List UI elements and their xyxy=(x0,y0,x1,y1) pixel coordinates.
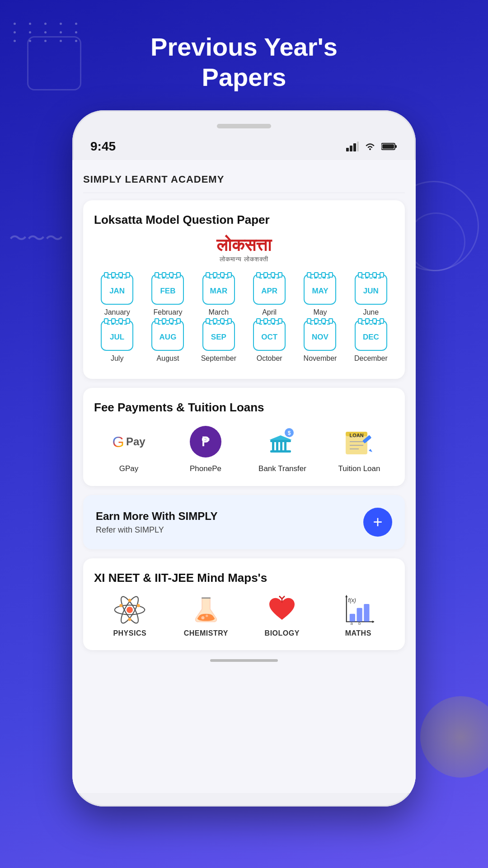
loan-icon-box: LOAN xyxy=(339,424,380,460)
svg-text:a: a xyxy=(350,621,353,626)
subject-maths[interactable]: f(x) a b MATHS xyxy=(323,594,394,637)
phonepe-circle: ₱ xyxy=(190,426,221,458)
month-item-nov[interactable]: NOV November xyxy=(297,320,343,363)
payment-loan[interactable]: LOAN Tuition Loan xyxy=(324,424,394,473)
svg-point-33 xyxy=(201,616,204,619)
payment-phonepe[interactable]: ₱ PhonePe xyxy=(171,424,240,473)
subject-grid: PHYSICS CHEMISTRY xyxy=(94,594,394,637)
month-icon-jan: JAN xyxy=(101,274,133,305)
signal-icon xyxy=(346,142,359,151)
month-icon-feb: FEB xyxy=(151,274,184,305)
bank-label: Bank Transfer xyxy=(258,464,306,473)
month-icon-jul: JUL xyxy=(101,320,133,351)
phone-mockup: 9:45 SIM xyxy=(72,110,416,807)
subject-chemistry[interactable]: CHEMISTRY xyxy=(170,594,242,637)
svg-rect-10 xyxy=(270,440,291,442)
month-item-mar[interactable]: MAR March xyxy=(196,274,242,316)
month-icon-may: MAY xyxy=(304,274,336,305)
loksatta-hindi-text: लोकसत्ता xyxy=(94,236,394,255)
loksatta-sub-text: लोकमान्य लोकशक्ती xyxy=(220,255,268,263)
gpay-label: GPay xyxy=(119,464,139,473)
svg-text:b: b xyxy=(358,621,361,626)
month-icon-aug: AUG xyxy=(151,320,184,351)
loan-icon: LOAN xyxy=(343,427,375,457)
month-icon-jun: JUN xyxy=(355,274,387,305)
svg-point-34 xyxy=(206,615,208,617)
wifi-icon xyxy=(364,142,376,151)
mind-maps-title: XI NEET & IIT-JEE Mind Maps's xyxy=(94,571,394,585)
month-icon-nov: NOV xyxy=(304,320,336,351)
gpay-logo: G Pay xyxy=(112,433,145,451)
earn-title: Earn More With SIMPLY xyxy=(96,510,218,523)
payment-bank[interactable]: $ Bank Transfer xyxy=(248,424,317,473)
svg-rect-2 xyxy=(353,143,356,151)
svg-rect-14 xyxy=(284,442,286,450)
month-item-aug[interactable]: AUG August xyxy=(145,320,191,363)
question-paper-title: Loksatta Model Question Paper xyxy=(94,213,394,227)
month-icon-sep: SEP xyxy=(202,320,235,351)
month-item-may[interactable]: MAY May xyxy=(297,274,343,316)
month-item-sep[interactable]: SEP September xyxy=(196,320,242,363)
title-line1: Previous Year's xyxy=(150,33,338,61)
svg-rect-6 xyxy=(395,145,397,148)
status-icons xyxy=(346,142,398,151)
subject-physics[interactable]: PHYSICS xyxy=(94,594,166,637)
phonepe-label: PhonePe xyxy=(190,464,221,473)
earn-card: Earn More With SIMPLY Refer with SIMPLY … xyxy=(83,495,405,549)
divider-1 xyxy=(83,193,405,193)
svg-rect-12 xyxy=(276,442,278,450)
month-item-jan[interactable]: JAN January xyxy=(94,274,140,316)
svg-marker-24 xyxy=(369,449,372,452)
biology-label: BIOLOGY xyxy=(265,629,300,637)
svg-marker-37 xyxy=(372,621,374,623)
loan-label: Tuition Loan xyxy=(338,464,380,473)
loksatta-logo: लोकसत्ता लोकमान्य लोकशक्ती xyxy=(94,236,394,263)
gpay-icon-box: G Pay xyxy=(108,424,149,460)
physics-icon xyxy=(114,594,145,626)
status-time: 9:45 xyxy=(90,139,346,154)
battery-icon xyxy=(381,142,398,151)
month-item-apr[interactable]: APR April xyxy=(246,274,292,316)
mind-maps-card: XI NEET & IIT-JEE Mind Maps's PHYSICS xyxy=(83,558,405,650)
month-icon-apr: APR xyxy=(253,274,286,305)
svg-rect-13 xyxy=(280,442,282,450)
month-item-jul[interactable]: JUL July xyxy=(94,320,140,363)
svg-point-4 xyxy=(369,148,371,150)
svg-marker-38 xyxy=(345,595,347,597)
fee-payments-title: Fee Payments & Tuition Loans xyxy=(94,401,394,415)
month-item-feb[interactable]: FEB February xyxy=(145,274,191,316)
svg-point-31 xyxy=(120,604,123,607)
fee-payments-card: Fee Payments & Tuition Loans G Pay GPay xyxy=(83,388,405,486)
bottom-handle xyxy=(210,659,278,662)
svg-rect-1 xyxy=(350,146,352,151)
svg-point-29 xyxy=(128,599,131,602)
svg-rect-41 xyxy=(357,608,362,622)
month-item-dec[interactable]: DEC December xyxy=(348,320,394,363)
page-title: Previous Year's Papers xyxy=(150,32,338,92)
earn-plus-button[interactable]: + xyxy=(363,508,392,537)
svg-point-32 xyxy=(137,604,140,607)
svg-text:$: $ xyxy=(288,430,291,436)
svg-rect-15 xyxy=(270,450,291,453)
month-icon-mar: MAR xyxy=(202,274,235,305)
month-item-oct[interactable]: OCT October xyxy=(246,320,292,363)
svg-rect-11 xyxy=(272,442,274,450)
title-line2: Papers xyxy=(202,63,286,91)
month-icon-oct: OCT xyxy=(253,320,286,351)
svg-rect-42 xyxy=(364,604,369,622)
chemistry-icon xyxy=(190,594,222,626)
earn-subtitle: Refer with SIMPLY xyxy=(96,525,218,535)
phonepe-icon-box: ₱ xyxy=(185,424,226,460)
month-icon-dec: DEC xyxy=(355,320,387,351)
question-paper-card: Loksatta Model Question Paper लोकसत्ता ल… xyxy=(83,200,405,379)
svg-text:f(x): f(x) xyxy=(348,597,356,604)
earn-text: Earn More With SIMPLY Refer with SIMPLY xyxy=(96,510,218,535)
svg-rect-7 xyxy=(382,144,394,149)
physics-label: PHYSICS xyxy=(113,629,146,637)
month-grid-row2: JUL July AUG August xyxy=(94,320,394,363)
subject-biology[interactable]: BIOLOGY xyxy=(246,594,318,637)
month-item-jun[interactable]: JUN June xyxy=(348,274,394,316)
payment-gpay[interactable]: G Pay GPay xyxy=(94,424,164,473)
g-letter: G xyxy=(112,433,124,451)
maths-icon: f(x) a b xyxy=(343,594,374,626)
